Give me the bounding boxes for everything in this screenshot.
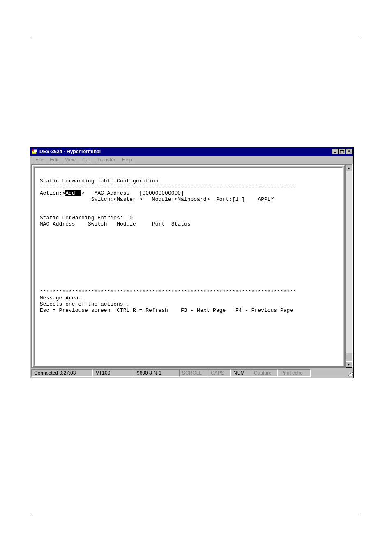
entries-count: 0 — [129, 215, 133, 221]
title-bar[interactable]: DES-3624 - HyperTerminal — [30, 147, 353, 156]
page-bottom-rule — [32, 513, 360, 513]
screen-heading: Static Forwarding Table Configuration — [40, 178, 159, 184]
help-line: Esc = Previouse screen CTRL+R = Refresh … — [40, 307, 293, 313]
action-label: Action: — [40, 190, 62, 196]
scroll-down-button[interactable]: ▼ — [346, 361, 352, 368]
status-caps: CAPS — [208, 369, 231, 377]
apply-button[interactable]: APPLY — [258, 196, 274, 203]
page-top-rule — [32, 38, 360, 38]
app-icon — [31, 148, 38, 155]
col-status: Status — [171, 221, 191, 227]
message-text: Selects one of the actions . — [40, 301, 129, 307]
asterisk-line: ****************************************… — [40, 289, 296, 295]
status-connected: Connected 0:27:03 — [31, 369, 93, 377]
vertical-scrollbar[interactable]: ▲ ▼ — [345, 165, 352, 368]
status-emulation: VT100 — [93, 369, 134, 377]
menu-view[interactable]: View — [62, 156, 79, 164]
status-bar: Connected 0:27:03 VT100 9600 8-N-1 SCROL… — [30, 368, 353, 378]
content-area: Static Forwarding Table Configuration --… — [31, 164, 353, 368]
col-port: Port — [152, 221, 165, 227]
action-field[interactable]: Add — [65, 190, 81, 196]
window-controls — [332, 149, 353, 154]
col-module: Module — [117, 221, 136, 227]
divider-line: ----------------------------------------… — [40, 184, 296, 190]
scroll-thumb[interactable] — [346, 353, 352, 361]
port-field[interactable]: [1 ] — [232, 196, 245, 203]
minimize-button[interactable] — [332, 149, 339, 154]
terminal-screen[interactable]: Static Forwarding Table Configuration --… — [34, 167, 343, 366]
switch-label: Switch: — [91, 196, 114, 203]
svg-rect-3 — [334, 152, 336, 153]
port-label: Port: — [216, 196, 232, 203]
status-scroll: SCROLL — [179, 369, 208, 377]
svg-rect-1 — [33, 149, 37, 152]
status-print-echo: Print echo — [278, 369, 311, 377]
resize-grip-icon[interactable] — [346, 370, 353, 376]
mac-label: MAC Address: — [94, 190, 133, 196]
menu-file[interactable]: File — [32, 156, 46, 164]
scroll-up-button[interactable]: ▲ — [346, 165, 352, 171]
message-area-label: Message Area: — [40, 295, 81, 301]
module-label: Module: — [152, 196, 175, 203]
status-settings: 9600 8-N-1 — [134, 369, 179, 377]
window-title: DES-3624 - HyperTerminal — [39, 149, 332, 154]
mac-field[interactable]: [000000000000] — [139, 190, 184, 196]
svg-rect-5 — [340, 150, 344, 151]
scroll-track[interactable] — [346, 171, 352, 361]
terminal-frame: Static Forwarding Table Configuration --… — [32, 165, 345, 368]
menu-call[interactable]: Call — [79, 156, 94, 164]
menu-help[interactable]: Help — [119, 156, 136, 164]
module-field[interactable]: <Mainboard> — [174, 196, 210, 203]
hyperterminal-window: DES-3624 - HyperTerminal File Edit View … — [30, 147, 354, 378]
status-num: NUM — [231, 369, 251, 377]
col-mac: MAC Address — [40, 221, 75, 227]
close-button[interactable] — [346, 149, 353, 154]
status-capture: Capture — [251, 369, 278, 377]
maximize-button[interactable] — [339, 149, 345, 154]
col-switch: Switch — [88, 221, 107, 227]
svg-point-2 — [32, 149, 34, 151]
menu-edit[interactable]: Edit — [46, 156, 62, 164]
entries-label: Static Forwarding Entries: — [40, 215, 123, 221]
switch-field[interactable]: <Master > — [113, 196, 142, 203]
menu-bar: File Edit View Call Transfer Help — [30, 156, 353, 164]
menu-transfer[interactable]: Transfer — [94, 156, 119, 164]
